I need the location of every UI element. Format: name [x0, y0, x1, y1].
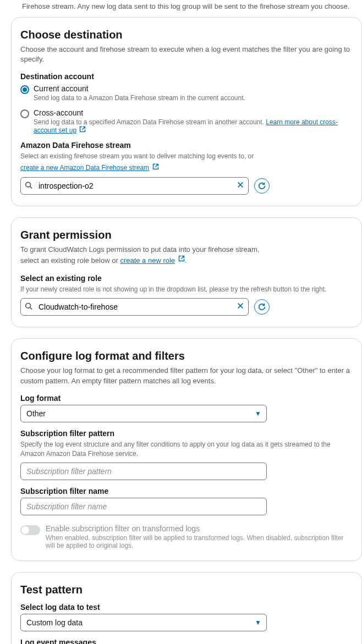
- chevron-down-icon: ▼: [255, 619, 261, 626]
- radio-current-account-desc: Send log data to a Amazon Data Firehose …: [34, 94, 245, 102]
- select-log-data-select[interactable]: Custom log data ▼: [20, 614, 267, 631]
- refresh-stream-button[interactable]: [254, 178, 270, 194]
- choose-destination-desc: Choose the account and firehose stream t…: [20, 45, 353, 64]
- log-format-label: Log format: [20, 394, 353, 403]
- log-format-select[interactable]: Other ▼: [20, 405, 267, 422]
- filter-name-input[interactable]: [20, 498, 267, 515]
- filter-pattern-label: Subscription filter pattern: [20, 429, 353, 438]
- clear-icon[interactable]: [237, 181, 244, 191]
- grant-permission-panel: Grant permission To grant CloudWatch Log…: [11, 217, 362, 327]
- create-firehose-stream-link[interactable]: create a new Amazon Data Firehose stream: [20, 163, 149, 173]
- refresh-icon: [258, 303, 266, 311]
- firehose-stream-label: Amazon Data Firehose stream: [20, 141, 353, 150]
- svg-point-0: [26, 182, 31, 187]
- test-pattern-title: Test pattern: [20, 584, 353, 596]
- radio-current-account-label: Current account: [34, 84, 245, 93]
- filter-name-label: Subscription filter name: [20, 487, 353, 496]
- filter-pattern-input[interactable]: [20, 463, 267, 480]
- refresh-role-button[interactable]: [254, 299, 270, 315]
- firehose-stream-input[interactable]: [20, 177, 249, 195]
- configure-desc: Choose your log format to get a recommen…: [20, 366, 353, 386]
- search-icon: [25, 302, 32, 312]
- truncated-intro-text: Firehose stream. Any new log data sent t…: [11, 0, 362, 17]
- firehose-stream-hint: Select an existing firehose stream you w…: [20, 152, 353, 173]
- enable-transformed-toggle[interactable]: [20, 525, 40, 535]
- configure-title: Configure log format and filters: [20, 350, 353, 362]
- create-new-role-link[interactable]: create a new role: [120, 256, 175, 265]
- clear-icon[interactable]: [237, 302, 244, 312]
- search-icon: [25, 181, 32, 190]
- radio-cross-account[interactable]: Cross-account Send log data to a specifi…: [20, 108, 353, 134]
- svg-point-1: [26, 304, 31, 309]
- grant-permission-title: Grant permission: [20, 229, 353, 241]
- destination-account-radio-group: Current account Send log data to a Amazo…: [20, 84, 353, 134]
- choose-destination-panel: Choose destination Choose the account an…: [11, 17, 362, 206]
- external-link-icon: [178, 255, 185, 265]
- filter-pattern-hint: Specify the log event structure and any …: [20, 440, 353, 459]
- enable-transformed-desc: When enabled, subscription filter will b…: [46, 534, 353, 549]
- chevron-down-icon: ▼: [255, 410, 261, 417]
- firehose-stream-input-wrapper: [20, 177, 249, 195]
- select-log-data-label: Select log data to test: [20, 603, 353, 612]
- refresh-icon: [258, 182, 266, 190]
- enable-transformed-label: Enable subscription filter on transforme…: [46, 524, 353, 533]
- configure-panel: Configure log format and filters Choose …: [11, 338, 362, 561]
- radio-current-account[interactable]: Current account Send log data to a Amazo…: [20, 84, 353, 102]
- log-event-messages-label: Log event messages: [20, 638, 353, 644]
- radio-current-account-button[interactable]: [20, 85, 29, 94]
- select-role-label: Select an existing role: [20, 274, 353, 283]
- grant-permission-desc: To grant CloudWatch Logs permission to p…: [20, 245, 268, 266]
- external-link-icon: [79, 126, 86, 134]
- external-link-icon: [152, 163, 159, 173]
- test-pattern-panel: Test pattern Select log data to test Cus…: [11, 572, 362, 644]
- radio-cross-account-button[interactable]: [20, 109, 29, 118]
- select-role-hint: If your newly created role is not showin…: [20, 285, 353, 294]
- choose-destination-title: Choose destination: [20, 29, 353, 41]
- destination-account-label: Destination account: [20, 72, 353, 81]
- radio-cross-account-desc: Send log data to a specified Amazon Data…: [34, 118, 353, 134]
- role-input-wrapper: [20, 298, 249, 316]
- role-input[interactable]: [20, 298, 249, 316]
- radio-cross-account-label: Cross-account: [34, 108, 353, 117]
